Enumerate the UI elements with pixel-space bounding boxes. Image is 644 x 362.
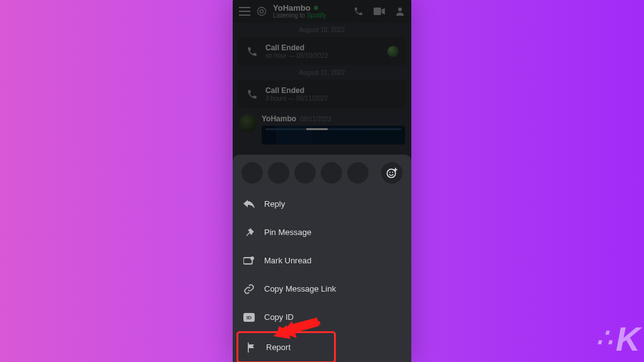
reaction-slot[interactable]	[268, 162, 289, 184]
action-label: Copy Message Link	[264, 284, 336, 293]
message-action-sheet: Reply Pin Message Mark Unread Copy Messa…	[233, 155, 411, 362]
watermark-letter: K	[616, 319, 640, 358]
reaction-slot[interactable]	[347, 162, 369, 184]
discord-mobile-screen: YoHambo Listening to Spotify August 10, …	[233, 0, 411, 362]
pin-icon	[243, 228, 255, 238]
action-reply[interactable]: Reply	[233, 190, 411, 218]
svg-point-8	[250, 256, 254, 260]
unread-icon	[243, 256, 255, 265]
svg-point-4	[387, 169, 396, 177]
svg-point-5	[389, 172, 391, 173]
action-label: Reply	[264, 199, 285, 209]
link-icon	[243, 283, 255, 295]
site-watermark: ∴ K	[596, 319, 640, 358]
action-pin[interactable]: Pin Message	[233, 218, 411, 246]
id-icon: ID	[243, 313, 255, 322]
reaction-slot[interactable]	[294, 162, 316, 184]
action-label: Report	[266, 343, 291, 352]
action-copy-link[interactable]: Copy Message Link	[233, 275, 411, 303]
add-reaction-button[interactable]	[381, 162, 402, 184]
action-mark-unread[interactable]: Mark Unread	[233, 246, 411, 275]
svg-text:ID: ID	[247, 315, 252, 321]
flag-icon	[245, 343, 257, 353]
reply-icon	[243, 200, 255, 209]
quick-reactions-row	[233, 162, 411, 190]
reaction-slot[interactable]	[242, 162, 263, 184]
action-report[interactable]: Report	[238, 333, 334, 361]
action-copy-id[interactable]: ID Copy ID	[233, 303, 411, 331]
action-label: Mark Unread	[264, 256, 311, 265]
action-label: Pin Message	[264, 228, 311, 237]
action-label: Copy ID	[264, 312, 294, 322]
reaction-slot[interactable]	[321, 162, 342, 184]
svg-point-6	[392, 172, 393, 173]
report-highlight-annotation: Report	[236, 331, 336, 362]
watermark-dots: ∴	[596, 323, 616, 352]
